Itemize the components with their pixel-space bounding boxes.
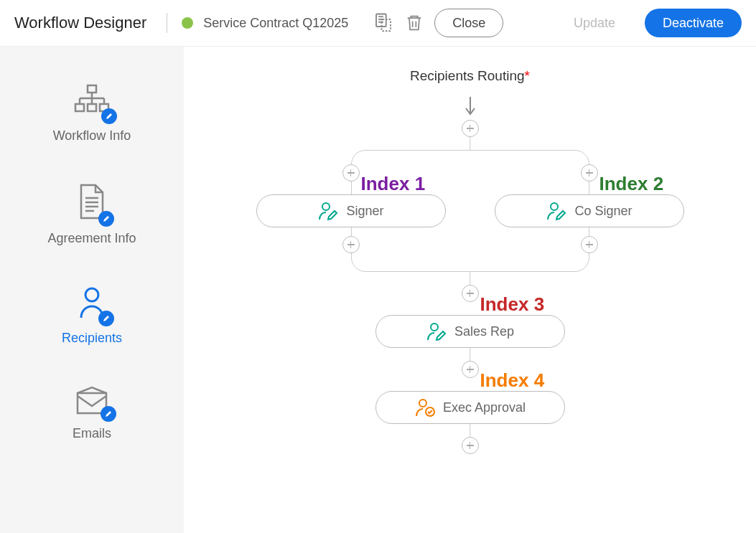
- app-title: Workflow Designer: [14, 14, 146, 32]
- signer-icon: [426, 321, 447, 341]
- connector: [470, 424, 471, 437]
- add-recipient-button[interactable]: [462, 285, 479, 302]
- deactivate-button[interactable]: Deactivate: [645, 9, 742, 37]
- recipient-label: Co Signer: [574, 204, 632, 219]
- agreement-info-icon: [75, 182, 108, 224]
- add-recipient-button[interactable]: [342, 164, 360, 181]
- canvas: Recipients Routing* Index 1: [184, 47, 756, 533]
- signer-icon: [546, 201, 567, 221]
- edit-badge-icon: [98, 211, 114, 227]
- add-recipient-button[interactable]: [462, 437, 479, 454]
- index-label-3: Index 3: [480, 293, 545, 316]
- header: Workflow Designer Service Contract Q1202…: [0, 0, 756, 47]
- flow-area: Index 1 Index 2 Signer: [241, 93, 700, 494]
- svg-point-25: [431, 324, 438, 331]
- routing-title: Recipients Routing*: [184, 68, 756, 84]
- connector: [470, 272, 471, 285]
- copy-document-icon[interactable]: [373, 12, 394, 34]
- sidebar-item-emails[interactable]: Emails: [0, 370, 184, 466]
- edit-badge-icon: [98, 311, 114, 326]
- svg-rect-7: [88, 85, 96, 93]
- trash-icon[interactable]: [404, 13, 424, 33]
- routing-title-text: Recipients Routing: [410, 68, 524, 83]
- status-dot-icon: [182, 17, 193, 29]
- svg-rect-8: [75, 104, 84, 111]
- index-label-4: Index 4: [480, 369, 545, 392]
- approver-icon: [414, 397, 436, 418]
- document-name: Service Contract Q12025: [203, 16, 348, 31]
- add-recipient-button[interactable]: [581, 164, 598, 181]
- recipient-signer[interactable]: Signer: [256, 194, 446, 227]
- add-recipient-button[interactable]: [462, 361, 479, 378]
- recipient-execapproval[interactable]: Exec Approval: [375, 391, 565, 424]
- emails-icon: [73, 385, 111, 419]
- required-asterisk: *: [525, 68, 530, 83]
- edit-badge-icon: [101, 406, 116, 422]
- recipient-salesrep[interactable]: Sales Rep: [375, 315, 565, 348]
- index-label-1: Index 1: [361, 173, 426, 195]
- sidebar-item-agreement-info[interactable]: Agreement Info: [0, 168, 184, 270]
- svg-point-20: [85, 288, 98, 301]
- sidebar-item-label: Agreement Info: [47, 231, 136, 246]
- recipient-label: Exec Approval: [443, 400, 526, 415]
- update-button: Update: [556, 9, 633, 37]
- recipient-label: Sales Rep: [454, 324, 514, 339]
- sidebar-item-workflow-info[interactable]: Workflow Info: [0, 68, 184, 168]
- arrow-down-icon: [463, 95, 477, 117]
- connector: [470, 137, 471, 150]
- svg-point-26: [419, 400, 426, 407]
- svg-rect-9: [88, 104, 96, 111]
- add-recipient-button[interactable]: [462, 120, 479, 137]
- recipient-label: Signer: [346, 204, 383, 219]
- sidebar-item-recipients[interactable]: Recipients: [0, 270, 184, 370]
- sidebar: Workflow Info Agreement Info: [0, 47, 184, 533]
- svg-point-24: [551, 203, 558, 210]
- sidebar-item-label: Workflow Info: [53, 128, 131, 143]
- recipients-icon: [75, 285, 108, 324]
- sidebar-item-label: Recipients: [62, 331, 122, 346]
- header-divider: [167, 13, 167, 33]
- signer-icon: [317, 201, 339, 221]
- add-recipient-button[interactable]: [581, 236, 598, 253]
- workflow-info-icon: [73, 82, 111, 121]
- svg-point-23: [322, 203, 330, 210]
- close-button[interactable]: Close: [434, 9, 503, 37]
- index-label-2: Index 2: [599, 173, 664, 195]
- sidebar-item-label: Emails: [73, 426, 111, 441]
- recipient-cosigner[interactable]: Co Signer: [495, 194, 684, 227]
- connector: [470, 348, 471, 361]
- edit-badge-icon: [101, 108, 117, 124]
- add-recipient-button[interactable]: [342, 236, 360, 253]
